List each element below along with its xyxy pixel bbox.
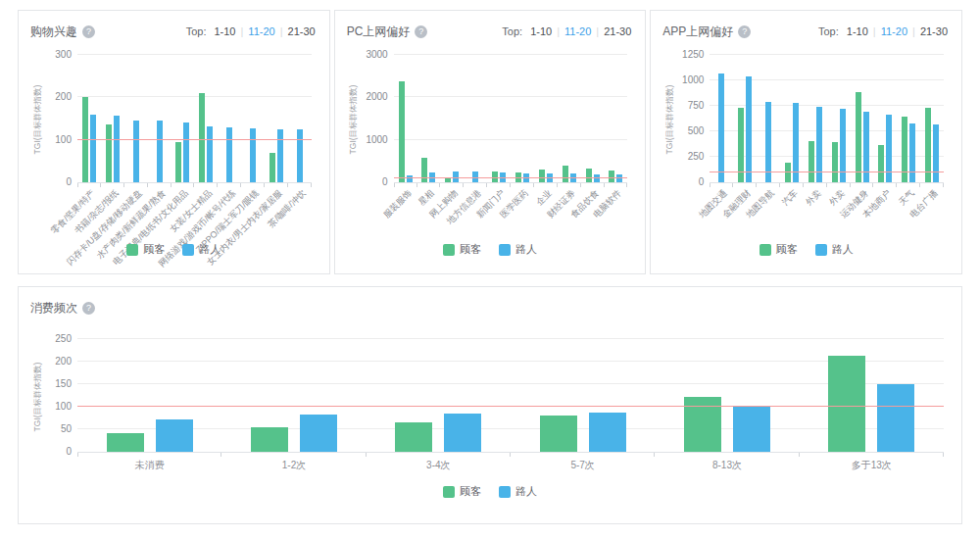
legend-swatch-customer [443, 244, 455, 256]
bar-passerby[interactable] [444, 414, 481, 452]
bar-passerby[interactable] [933, 124, 939, 182]
plot-area: 050100150200250未消费1-2次3-4次5-7次8-13次多于13次 [77, 340, 944, 453]
bar-customer[interactable] [808, 141, 814, 182]
bar-customer[interactable] [832, 142, 838, 182]
y-axis-title: TGI(目标群体指数) [664, 85, 676, 155]
y-tick-label: 300 [38, 49, 72, 60]
help-icon[interactable]: ? [738, 25, 751, 38]
gridline [394, 96, 628, 97]
bar-customer[interactable] [856, 92, 861, 182]
bar-passerby[interactable] [877, 384, 914, 452]
help-icon[interactable]: ? [82, 25, 95, 38]
bar-groups: 未消费1-2次3-4次5-7次8-13次多于13次 [77, 340, 944, 452]
bar-customer[interactable] [395, 422, 432, 452]
top-row: 购物兴趣 ? Top: 1-10 | 11-20 | 21-30 TGI(目标群… [18, 10, 962, 274]
bar-customer[interactable] [399, 81, 405, 182]
legend-item-passerby[interactable]: 路人 [182, 242, 220, 257]
bar-groups: 零食/坚果/特产书籍/杂志/报纸闪存卡/U盘/存储/移动硬盘水产肉类/新鲜蔬果/… [77, 56, 312, 182]
bar-passerby[interactable] [156, 419, 193, 452]
top-option-11-20[interactable]: 11-20 [881, 25, 907, 37]
legend-item-passerby[interactable]: 路人 [815, 242, 854, 257]
bar-passerby[interactable] [183, 122, 189, 182]
y-tick-label: 750 [670, 100, 704, 111]
bar-customer[interactable] [445, 178, 451, 182]
bar-passerby[interactable] [909, 123, 915, 182]
bar-customer[interactable] [199, 93, 205, 182]
bar-pair [902, 117, 915, 182]
legend-label: 路人 [832, 242, 854, 257]
x-category-label: 1-2次 [282, 459, 306, 472]
legend-label: 路人 [515, 484, 537, 499]
top-option-21-30[interactable]: 21-30 [288, 25, 316, 37]
bar-group: 多于13次 [800, 340, 944, 452]
top-option-11-20[interactable]: 11-20 [248, 25, 274, 37]
bar-pair [878, 115, 892, 182]
bar-customer[interactable] [107, 433, 144, 452]
separator: | [873, 25, 876, 37]
bar-customer[interactable] [251, 427, 288, 452]
bar-passerby[interactable] [277, 129, 283, 182]
card-header: 购物兴趣 ? Top: 1-10 | 11-20 | 21-30 [30, 21, 318, 42]
bar-group: 地图交通 [710, 56, 733, 182]
bar-passerby[interactable] [733, 407, 770, 452]
bar-customer[interactable] [586, 169, 592, 182]
bar-customer[interactable] [270, 153, 275, 182]
legend-swatch-customer [126, 244, 138, 256]
bar-passerby[interactable] [207, 126, 213, 182]
legend-label: 顾客 [143, 242, 165, 257]
bar-group: 闪存卡/U盘/存储/移动硬盘 [124, 56, 148, 182]
y-tick-label: 150 [38, 378, 72, 389]
legend-item-customer[interactable]: 顾客 [126, 242, 165, 257]
bar-passerby[interactable] [90, 115, 96, 182]
legend-item-passerby[interactable]: 路人 [499, 242, 537, 257]
bar-passerby[interactable] [114, 116, 120, 182]
bar-passerby[interactable] [718, 74, 724, 182]
card-header: APP上网偏好 ? Top: 1-10 | 11-20 | 21-30 [662, 21, 950, 42]
bar-passerby[interactable] [589, 413, 626, 452]
bar-passerby[interactable] [157, 121, 163, 182]
y-axis-title-wrap: TGI(目标群体指数) [349, 56, 361, 183]
legend-item-customer[interactable]: 顾客 [443, 242, 481, 257]
bar-passerby[interactable] [297, 129, 303, 182]
bar-passerby[interactable] [594, 174, 600, 182]
bar-customer[interactable] [106, 124, 112, 182]
top-option-1-10[interactable]: 1-10 [847, 25, 868, 37]
top-option-11-20[interactable]: 11-20 [564, 25, 591, 37]
top-selector-label: Top: [818, 25, 839, 37]
gridline [394, 54, 628, 55]
bar-customer[interactable] [902, 117, 907, 182]
legend-item-customer[interactable]: 顾客 [760, 242, 798, 257]
help-icon[interactable]: ? [82, 302, 95, 315]
bar-customer[interactable] [785, 163, 791, 182]
bar-passerby[interactable] [300, 415, 337, 452]
bar-passerby[interactable] [226, 127, 232, 182]
bar-group: 汽车 [780, 56, 804, 182]
bar-passerby[interactable] [746, 76, 752, 182]
bar-customer[interactable] [878, 145, 884, 182]
panel-title: PC上网偏好 [347, 24, 411, 40]
top-option-21-30[interactable]: 21-30 [920, 25, 948, 37]
bar-passerby[interactable] [133, 121, 139, 182]
top-selector: Top: 1-10 | 11-20 | 21-30 [186, 25, 318, 37]
help-icon[interactable]: ? [415, 25, 427, 38]
x-category-label: 3-4次 [426, 459, 450, 472]
legend-item-customer[interactable]: 顾客 [443, 484, 481, 499]
top-option-1-10[interactable]: 1-10 [530, 25, 552, 37]
top-selector-label: Top: [186, 25, 207, 37]
bar-customer[interactable] [563, 166, 568, 182]
bar-passerby[interactable] [886, 115, 892, 182]
bar-customer[interactable] [175, 142, 181, 182]
bar-customer[interactable] [828, 356, 865, 452]
bar-customer[interactable] [421, 158, 427, 182]
bar-passerby[interactable] [616, 174, 622, 182]
top-option-21-30[interactable]: 21-30 [604, 25, 631, 37]
reference-line [77, 139, 312, 140]
legend-swatch-passerby [182, 244, 194, 256]
legend-item-passerby[interactable]: 路人 [499, 484, 537, 499]
bar-group: 外卖 [827, 56, 851, 182]
bar-passerby[interactable] [250, 128, 256, 182]
top-option-1-10[interactable]: 1-10 [214, 25, 235, 37]
bar-chart-shopping: TGI(目标群体指数)0100200300零食/坚果/特产书籍/杂志/报纸闪存卡… [32, 56, 318, 242]
bar-customer[interactable] [540, 416, 577, 452]
bar-customer[interactable] [539, 170, 545, 182]
